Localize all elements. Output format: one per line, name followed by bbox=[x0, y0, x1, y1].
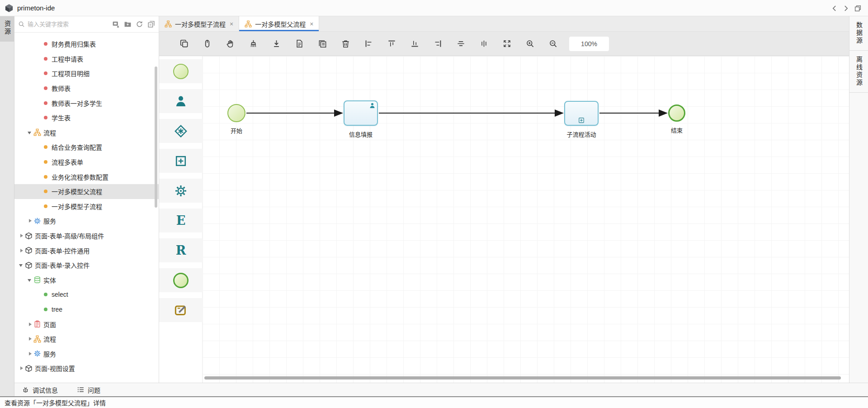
chevron-left-icon[interactable] bbox=[830, 5, 838, 12]
canvas-horizontal-scrollbar[interactable] bbox=[204, 376, 841, 380]
tree-item-流程多表单[interactable]: 流程多表单 bbox=[14, 155, 159, 170]
import-model-icon[interactable] bbox=[112, 20, 120, 28]
flow-node-结束[interactable] bbox=[668, 104, 685, 122]
strip-tab-resources[interactable]: 资源 bbox=[0, 16, 14, 42]
tree-item-服务[interactable]: 服务 bbox=[14, 346, 159, 361]
chevron-right-icon[interactable] bbox=[26, 321, 33, 327]
tree-item-tree[interactable]: tree bbox=[14, 302, 159, 317]
chevron-right-icon[interactable] bbox=[17, 247, 24, 254]
chevron-right-icon[interactable] bbox=[26, 336, 33, 342]
refresh-icon[interactable] bbox=[136, 20, 143, 28]
align-top-button[interactable] bbox=[384, 36, 399, 52]
chevron-down-icon[interactable] bbox=[26, 276, 33, 283]
diagram-canvas[interactable]: 开始信息填报子流程活动结束 bbox=[203, 56, 849, 383]
flow-node-开始[interactable] bbox=[227, 104, 245, 122]
item-dot bbox=[44, 71, 47, 75]
palette-user-task-tool[interactable] bbox=[159, 89, 203, 113]
flow-node-信息填报[interactable] bbox=[344, 100, 378, 126]
palette-subprocess-tool[interactable] bbox=[159, 149, 203, 173]
tree-item-一对多模型父流程[interactable]: 一对多模型父流程 bbox=[14, 184, 159, 199]
end-event-icon bbox=[173, 273, 189, 288]
tree-item-工程申请表[interactable]: 工程申请表 bbox=[14, 52, 159, 66]
app-title: primeton-ide bbox=[17, 4, 55, 12]
tree-scrollbar[interactable] bbox=[155, 66, 157, 208]
tree-item-select[interactable]: select bbox=[14, 287, 159, 302]
tree-item-label: 页面-表单-控件通用 bbox=[35, 246, 90, 255]
bottom-tab-问题[interactable]: 问题 bbox=[77, 385, 100, 394]
chevron-right-icon[interactable] bbox=[26, 350, 33, 357]
fit-screen-button[interactable] bbox=[499, 36, 514, 52]
editor-tab-一对多模型父流程[interactable]: 一对多模型父流程× bbox=[239, 16, 319, 31]
tree-item-学生表[interactable]: 学生表 bbox=[14, 110, 159, 125]
palette-gateway-tool[interactable] bbox=[159, 119, 203, 143]
tree-item-实体[interactable]: 实体 bbox=[14, 273, 159, 288]
item-dot bbox=[44, 145, 47, 149]
chevron-down-icon[interactable] bbox=[26, 129, 33, 136]
palette-start-event-tool[interactable] bbox=[159, 59, 203, 83]
tree-item-财务费用归集表[interactable]: 财务费用归集表 bbox=[14, 37, 159, 52]
align-bottom-button[interactable] bbox=[407, 36, 422, 52]
editor-tab-一对多模型子流程[interactable]: 一对多模型子流程× bbox=[159, 16, 239, 31]
tree-item-结合业务查询配置[interactable]: 结合业务查询配置 bbox=[14, 140, 159, 155]
tree-item-教师表[interactable]: 教师表 bbox=[14, 81, 159, 96]
flow-node-子流程活动[interactable] bbox=[564, 101, 599, 126]
chevron-right-icon[interactable] bbox=[17, 232, 24, 239]
flow-node-label: 信息填报 bbox=[325, 130, 397, 138]
right-strip-tab-离线资源[interactable]: 离线资源 bbox=[849, 51, 868, 93]
palette-service-task-tool[interactable] bbox=[159, 179, 203, 203]
bottom-tab-调试信息[interactable]: 调试信息 bbox=[22, 385, 58, 394]
palette-end-event-tool[interactable] bbox=[159, 268, 203, 292]
delete-button[interactable] bbox=[338, 36, 353, 52]
tree-item-教师表一对多学生[interactable]: 教师表一对多学生 bbox=[14, 95, 159, 110]
tree-item-页面-视图设置[interactable]: 页面-视图设置 bbox=[14, 361, 159, 376]
chevron-right-icon[interactable] bbox=[842, 5, 850, 12]
chevron-right-icon[interactable] bbox=[17, 365, 24, 372]
zoom-in-button[interactable] bbox=[522, 36, 538, 52]
copy-button[interactable] bbox=[176, 36, 192, 52]
package-icon bbox=[25, 247, 33, 254]
palette-letter-e-tool[interactable]: E bbox=[159, 209, 203, 232]
tree-item-流程[interactable]: 流程 bbox=[14, 125, 159, 140]
tree-item-服务[interactable]: 服务 bbox=[14, 213, 159, 228]
chevron-right-icon[interactable] bbox=[26, 218, 33, 224]
fit-screen-icon bbox=[503, 39, 511, 48]
mouse-button[interactable] bbox=[199, 36, 215, 52]
clean-button[interactable] bbox=[245, 36, 261, 52]
hand-button[interactable] bbox=[222, 36, 238, 52]
user-badge-icon bbox=[369, 102, 376, 109]
restore-window-icon[interactable] bbox=[854, 5, 862, 12]
close-icon[interactable]: × bbox=[230, 20, 233, 28]
palette-letter-r-tool[interactable]: R bbox=[159, 238, 203, 262]
palette-annotation-tool[interactable] bbox=[159, 298, 203, 322]
tree-item-页面[interactable]: 页面 bbox=[14, 317, 159, 332]
right-strip-tab-数据源[interactable]: 数据源 bbox=[849, 16, 868, 51]
align-right-button[interactable] bbox=[430, 36, 445, 52]
import-button[interactable] bbox=[269, 36, 284, 52]
tree-item-页面-表单-录入控件[interactable]: 页面-表单-录入控件 bbox=[14, 258, 159, 273]
zoom-level-display[interactable]: 100% bbox=[569, 37, 609, 51]
tree-item-业务化流程参数配置[interactable]: 业务化流程参数配置 bbox=[14, 169, 159, 184]
chevron-down-icon[interactable] bbox=[17, 262, 24, 269]
new-folder-icon[interactable] bbox=[124, 20, 132, 28]
align-left-button[interactable] bbox=[361, 36, 376, 52]
tree-item-页面-表单-高级-布局组件[interactable]: 页面-表单-高级/布局组件 bbox=[14, 228, 159, 243]
tree-item-流程[interactable]: 流程 bbox=[14, 332, 159, 346]
gateway-icon bbox=[174, 124, 188, 138]
align-center-horizontal-button[interactable] bbox=[453, 36, 468, 52]
collapse-all-icon[interactable] bbox=[147, 20, 155, 28]
document-button[interactable] bbox=[292, 36, 307, 52]
align-center-vertical-button[interactable] bbox=[476, 36, 491, 52]
expander-spacer bbox=[34, 173, 41, 180]
annotation-icon bbox=[174, 304, 188, 317]
tree-item-label: 一对多模型子流程 bbox=[52, 202, 102, 211]
tree-item-一对多模型子流程[interactable]: 一对多模型子流程 bbox=[14, 199, 159, 214]
item-dot bbox=[44, 190, 47, 193]
close-icon[interactable]: × bbox=[310, 20, 313, 28]
tree-item-label: 服务 bbox=[43, 349, 56, 358]
tree-item-label: 教师表 bbox=[52, 84, 71, 93]
tree-item-工程项目明细[interactable]: 工程项目明细 bbox=[14, 66, 159, 81]
copy-document-button[interactable] bbox=[315, 36, 330, 52]
zoom-out-button[interactable] bbox=[545, 36, 561, 52]
search-input[interactable] bbox=[28, 21, 110, 28]
tree-item-页面-表单-控件通用[interactable]: 页面-表单-控件通用 bbox=[14, 243, 159, 258]
